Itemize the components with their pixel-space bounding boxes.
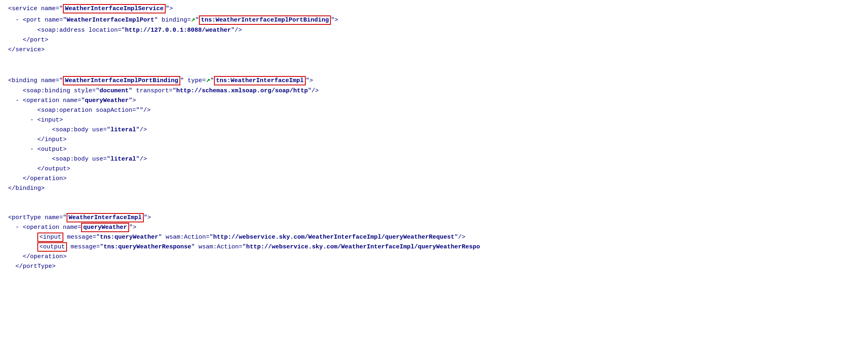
binding-type-box: tns:WeatherInterfaceImpl: [214, 76, 306, 85]
soap-style: document: [99, 87, 129, 94]
input-use: literal: [110, 126, 136, 133]
port-name: WeatherInterfaceImplPort: [67, 17, 154, 24]
output-tag-box: <output: [37, 242, 67, 252]
binding-ref-box: tns:WeatherInterfaceImplPortBinding: [199, 15, 331, 25]
porttype-name-box: WeatherInterfaceImpl: [67, 213, 144, 222]
address-location: http://127.0.0.1:8088/weather: [125, 27, 231, 34]
input-message: tns:queryWeather: [100, 234, 158, 241]
input-tag-box: <input: [37, 233, 63, 242]
output-message: tns:queryWeatherResponse: [104, 244, 191, 250]
operation-name-1: queryWeather: [85, 97, 129, 104]
operation-name-box: queryWeather: [81, 223, 129, 232]
binding-name-box: WeatherInterfaceImplPortBinding: [63, 76, 180, 85]
service-open-tag: <service name="WeatherInterfaceImplServi…: [8, 4, 173, 13]
soap-transport: http://schemas.xmlsoap.org/soap/http: [176, 87, 308, 94]
xml-viewer: <service name="WeatherInterfaceImplServi…: [8, 4, 860, 272]
output-wsam: http://webservice.sky.com/WeatherInterfa…: [246, 244, 480, 250]
input-wsam: http://webservice.sky.com/WeatherInterfa…: [213, 234, 454, 241]
arrow-2: ↗: [206, 76, 210, 84]
arrow-1: ↗: [191, 15, 195, 24]
output-use: literal: [110, 156, 136, 163]
service-name-box: WeatherInterfaceImplService: [63, 4, 166, 13]
